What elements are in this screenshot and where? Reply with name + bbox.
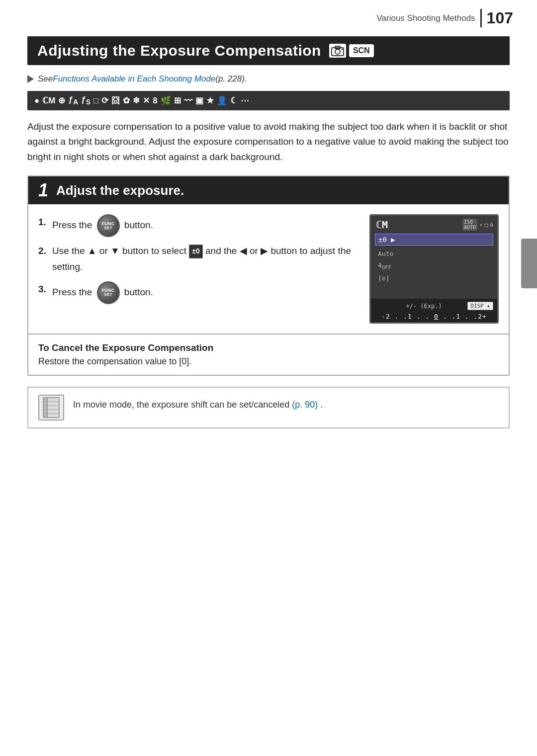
- step-instruction-1: 1. Press the FUNC SET button.: [38, 214, 359, 237]
- lcd-exp-row: ◀ +/- (Exp.) DISP ★: [375, 301, 493, 311]
- step-body: 1. Press the FUNC SET button.: [28, 204, 509, 334]
- lcd-disp-badge: DISP ★: [467, 302, 493, 310]
- step-num-1: 1.: [38, 214, 49, 230]
- mode-icon-x: ✕: [143, 95, 150, 106]
- step-num-3: 3.: [38, 281, 49, 297]
- step-header: 1 Adjust the exposure.: [28, 176, 509, 204]
- sidebar-tab: [521, 239, 537, 288]
- page-title: Adjusting the Exposure Compensation: [37, 42, 321, 59]
- svg-rect-5: [43, 398, 47, 418]
- note-link[interactable]: (p. 90): [292, 400, 318, 410]
- title-block: Adjusting the Exposure Compensation SCN: [27, 36, 510, 65]
- camera-icon: [331, 45, 344, 56]
- title-icons: SCN: [329, 44, 374, 58]
- mode-icon-dots: ⋯: [241, 95, 249, 106]
- page-header: Various Shooting Methods 107: [0, 0, 537, 31]
- step-section: 1 Adjust the exposure. 1. Press the FUNC: [27, 175, 510, 376]
- step-2-text: Use the ▲ or ▼ button to select ±0 and t…: [52, 243, 359, 275]
- section-label: Various Shooting Methods: [376, 13, 475, 23]
- note-text-after: .: [320, 400, 323, 410]
- step-1-text: Press the FUNC SET button.: [52, 214, 153, 237]
- lcd-exp-label: +/- (Exp.): [406, 303, 442, 310]
- lcd-auto-item: Auto: [375, 249, 493, 259]
- lcd-preview: ℂM ISOAUTO ⚡ □ ô ±0 ▶ A: [369, 214, 499, 324]
- lcd-exp-item: ±0 ▶: [375, 234, 493, 246]
- mode-icon-cm: ℂM: [42, 95, 55, 106]
- step-num-2: 2.: [38, 243, 49, 259]
- lcd-exp-value: ±0 ▶: [378, 236, 395, 244]
- mode-icon-star: ★: [206, 95, 214, 106]
- mode-icon-face: 囧: [111, 95, 120, 106]
- reference-line: See Functions Available in Each Shooting…: [27, 74, 510, 84]
- cancel-title: To Cancel the Exposure Compensation: [38, 342, 499, 353]
- mode-icon-snow: ❄: [133, 95, 140, 106]
- step-instruction-3: 3. Press the FUNC SET button.: [38, 281, 359, 304]
- lcd-flash-icon: ⚡: [479, 222, 483, 228]
- mode-strip: ● ℂM ⊕ ƒA ƒS □ ⟳ 囧 ✿ ❄ ✕ 8 🌿 ⊞ 〰 ▣ ★ 👤 ☾…: [27, 91, 510, 110]
- svg-point-3: [341, 49, 343, 50]
- note-text-before: In movie mode, the exposure shift can be…: [73, 400, 292, 410]
- mode-icon-fa: ƒA: [68, 95, 78, 106]
- cancel-section: To Cancel the Exposure Compensation Rest…: [28, 334, 509, 375]
- page-number: 107: [480, 9, 513, 27]
- mode-icon-leaf: 🌿: [161, 95, 171, 106]
- func-set-button-2: FUNC SET: [97, 281, 120, 304]
- mode-icon-8: 8: [153, 96, 157, 106]
- lcd-self-timer-icon: ô: [490, 222, 493, 228]
- reference-suffix: (p. 228).: [215, 74, 247, 84]
- mode-icon-wave: 〰: [184, 96, 192, 106]
- cancel-text: Restore the compensation value to [0].: [38, 356, 499, 367]
- lcd-iso-icon: ISOAUTO: [462, 219, 477, 231]
- arrow-right-icon: [27, 75, 34, 83]
- step-instructions: 1. Press the FUNC SET button.: [38, 214, 359, 324]
- step-title: Adjust the exposure.: [56, 183, 184, 198]
- lcd-bottom-bar: ◀ +/- (Exp.) DISP ★ -2 . .1 . . 0 . .1 .…: [371, 299, 497, 322]
- lcd-bracket-item: [⊙]: [375, 273, 493, 284]
- mode-icon-person: 👤: [217, 95, 227, 106]
- mode-icon-auto: ●: [34, 96, 39, 106]
- lcd-bracket-label: [⊙]: [378, 275, 389, 282]
- note-box: In movie mode, the exposure shift can be…: [27, 387, 510, 428]
- page-content: Adjusting the Exposure Compensation SCN …: [0, 31, 537, 448]
- lcd-4off-item: 4OFF: [375, 260, 493, 272]
- notebook-svg: [41, 397, 61, 419]
- step-number: 1: [38, 181, 48, 199]
- lcd-scale: -2 . .1 . . 0 . .1 . .2+: [375, 313, 493, 320]
- svg-point-1: [335, 49, 340, 54]
- lcd-rect-icon: □: [485, 222, 488, 228]
- mode-icon-rect: □: [93, 96, 98, 106]
- camera-icon-box: [329, 44, 346, 58]
- mode-icon-square2: ▣: [195, 95, 203, 106]
- lcd-menu-area: ±0 ▶ Auto 4OFF [⊙]: [375, 234, 493, 285]
- mode-icon-fs: ƒS: [81, 95, 90, 106]
- lcd-4off-label: 4OFF: [378, 261, 391, 271]
- lcd-top-icons: ISOAUTO ⚡ □ ô: [462, 219, 493, 231]
- reference-link[interactable]: Functions Available in Each Shooting Mod…: [53, 74, 215, 84]
- note-icon: [38, 395, 64, 420]
- exp-zero-badge: ±0: [189, 245, 202, 258]
- step-instruction-2: 2. Use the ▲ or ▼ button to select ±0 an…: [38, 243, 359, 275]
- mode-icon-flower: ✿: [123, 95, 130, 106]
- lcd-mode-icon: ℂM: [376, 219, 388, 231]
- mode-icon-sport: ⊕: [58, 95, 65, 106]
- lcd-auto-label: Auto: [378, 250, 393, 257]
- mode-icon-moon: ☾: [230, 95, 238, 106]
- func-set-button-1: FUNC SET: [97, 214, 120, 237]
- reference-prefix: See: [38, 74, 53, 84]
- mode-icon-zoom: ⟳: [101, 95, 108, 106]
- lcd-black-triangle: ◀: [375, 301, 380, 311]
- description-text: Adjust the exposure compensation to a po…: [27, 119, 510, 165]
- step-3-text: Press the FUNC SET button.: [52, 281, 153, 304]
- note-text: In movie mode, the exposure shift can be…: [73, 395, 323, 412]
- scn-badge: SCN: [349, 44, 374, 57]
- mode-icon-grid: ⊞: [174, 95, 181, 106]
